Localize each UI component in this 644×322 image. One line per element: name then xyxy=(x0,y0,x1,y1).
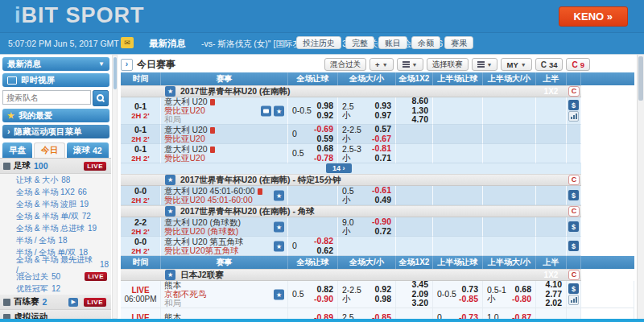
tab-live[interactable]: 滚球42 xyxy=(67,142,109,158)
odds-price[interactable]: -0.67 xyxy=(372,134,391,144)
odds-price[interactable]: 0.57 xyxy=(375,125,391,134)
odds-price[interactable]: 0.73 xyxy=(462,285,478,295)
stats-chart-icon[interactable] xyxy=(568,111,579,122)
more-markets-icon[interactable]: ★ xyxy=(274,190,284,200)
sport-bailiansai[interactable]: 百练赛 2 ▶ LIVE xyxy=(0,295,111,310)
odds-price[interactable]: -0.85 xyxy=(372,313,391,319)
odds-price[interactable]: -0.61 xyxy=(372,186,391,196)
more-markets-icon[interactable]: ★ xyxy=(274,105,284,116)
bet-money-icon[interactable]: $ xyxy=(568,190,579,200)
odds-price[interactable]: 0.68 xyxy=(317,144,333,154)
league-refresh-button[interactable]: C xyxy=(568,86,580,97)
league-refresh-button[interactable]: C xyxy=(568,270,580,280)
odds-price[interactable]: 0.49 xyxy=(375,196,391,205)
my-list-button[interactable]: ▼ xyxy=(472,58,498,71)
odds-price[interactable]: 0.82 xyxy=(317,285,333,295)
tab-early[interactable]: 早盘 xyxy=(2,142,32,158)
odds-price[interactable]: 0.98 xyxy=(375,295,391,304)
market-item-outright[interactable]: 优胜冠军12 xyxy=(0,283,111,295)
page-scroll-thumb[interactable] xyxy=(638,56,643,101)
odds-price[interactable]: 4.70 xyxy=(412,115,428,125)
league-header: ★2017世界青年杯U20 (在南韩) - 角球 C xyxy=(121,205,634,217)
market-item-odd-even[interactable]: 全场 & 半场 单/双72 xyxy=(0,210,111,222)
col-hh-overunder: 上半场大/小 xyxy=(483,72,536,85)
market-item-first-goal[interactable]: 全场 & 半场 最先进球 / ...18 xyxy=(0,258,111,270)
results-button[interactable]: 赛果 xyxy=(444,36,473,49)
odds-price[interactable]: 0.97 xyxy=(375,111,391,121)
odds-price[interactable]: -0.85 xyxy=(459,295,478,304)
odds-price[interactable]: 3.20 xyxy=(412,299,428,308)
statement-button[interactable]: 账目 xyxy=(378,36,407,49)
odds-price[interactable]: 0.72 xyxy=(375,227,391,237)
market-item-correct-score[interactable]: 全场 & 半场 波胆19 xyxy=(0,198,111,210)
full-view-button[interactable]: 完整 xyxy=(345,36,374,49)
hide-sports-menu-button[interactable]: ›隐藏运动项目菜单 xyxy=(2,125,109,138)
more-markets-icon[interactable]: ★ xyxy=(274,289,284,299)
odds-price[interactable]: 2.02 xyxy=(546,299,562,308)
keno-button[interactable]: KENO » xyxy=(559,6,628,27)
my-selections-button[interactable]: MY▼ xyxy=(501,58,531,71)
sidebar-news-header[interactable]: 最新消息▼ xyxy=(2,57,109,71)
odds-price[interactable]: -0.89 xyxy=(314,313,333,319)
sidebar-scrollbar[interactable] xyxy=(112,55,118,319)
sidebar-scroll-thumb[interactable] xyxy=(114,57,117,89)
odds-price[interactable]: 0.93 xyxy=(375,101,391,111)
more-markets-icon[interactable]: ★ xyxy=(274,241,284,251)
balance-button[interactable]: 余额 xyxy=(411,36,440,49)
bet-history-button[interactable]: 投注历史 xyxy=(296,36,341,49)
sport-virtual[interactable]: 虚拟运动 xyxy=(0,310,111,319)
row-filler xyxy=(581,217,634,237)
odds-price[interactable]: -0.90 xyxy=(372,217,391,227)
bet-money-icon[interactable]: $ xyxy=(568,283,579,294)
market-item-hdp-ou[interactable]: 让球 & 大小88 xyxy=(0,174,111,186)
add-view-button[interactable]: +▼ xyxy=(369,58,394,71)
select-league-button[interactable]: 选择联赛 xyxy=(427,58,469,71)
bet-money-icon[interactable]: $ xyxy=(568,241,579,251)
favorite-star-icon[interactable]: ★ xyxy=(165,86,175,97)
sport-soccer[interactable]: 足球 100 LIVE xyxy=(0,159,111,174)
odds-price[interactable]: -0.73 xyxy=(459,313,478,319)
favorite-star-icon[interactable]: ★ xyxy=(165,206,175,217)
more-markets-icon[interactable]: ★ xyxy=(274,221,284,232)
odds-price[interactable]: -0.80 xyxy=(512,295,531,304)
search-button[interactable] xyxy=(93,90,109,106)
odds-price[interactable]: -0.78 xyxy=(314,154,333,163)
odds-price[interactable]: 0.98 xyxy=(317,101,333,111)
sidebar-video-header[interactable]: 即时视屏 xyxy=(2,73,109,87)
odds-price[interactable]: 0.68 xyxy=(515,285,531,295)
search-input[interactable] xyxy=(2,90,91,105)
league-refresh-button[interactable]: C xyxy=(568,175,580,185)
stats-chart-icon[interactable] xyxy=(568,295,579,305)
market-item-mix-parlay[interactable]: 混合过关50LIVE xyxy=(0,270,111,283)
odds-price[interactable]: -0.69 xyxy=(314,125,333,134)
bet-money-icon[interactable]: $ xyxy=(568,221,579,232)
league-refresh-button[interactable]: C xyxy=(568,206,580,217)
odds-price[interactable]: -0.81 xyxy=(372,144,391,154)
more-markets-button[interactable]: 14 › xyxy=(326,163,352,173)
bet-money-icon[interactable]: $ xyxy=(568,100,579,110)
market-item-total-goal[interactable]: 全场 & 半场 总进球19 xyxy=(0,222,111,234)
mix-parlay-button[interactable]: 混合过关 xyxy=(324,58,366,71)
hh-1x2-cell xyxy=(536,144,567,163)
refresh-timer-button[interactable]: C34 xyxy=(535,58,564,71)
tab-today[interactable]: 今日 xyxy=(34,142,65,158)
odds-price[interactable]: 0.62 xyxy=(317,246,333,256)
odds-price[interactable]: 0.59 xyxy=(317,134,333,144)
odds-price[interactable]: 0.92 xyxy=(317,111,333,121)
favorite-star-icon[interactable]: ★ xyxy=(165,270,175,280)
favorite-star-icon[interactable]: ★ xyxy=(165,175,175,185)
refresh-alt-button[interactable]: C9 xyxy=(566,58,590,71)
sidebar-favorites-header[interactable]: ★我的最爱 xyxy=(2,109,109,122)
odds-price[interactable]: 0.71 xyxy=(375,154,391,163)
ft-handicap-cell xyxy=(288,186,338,205)
sort-button[interactable]: ▼ xyxy=(397,58,423,71)
market-item-1x2[interactable]: 全场 & 半场 1X266 xyxy=(0,186,111,198)
market-item-ht-ft[interactable]: 半场 / 全场18 xyxy=(0,234,111,246)
odds-price[interactable]: 0.92 xyxy=(375,285,391,295)
live-stream-icon[interactable] xyxy=(261,105,271,116)
expand-icon[interactable]: › xyxy=(121,59,133,71)
odds-price[interactable]: -0.82 xyxy=(314,237,333,246)
odds-price[interactable]: -0.90 xyxy=(314,295,333,304)
odds-price[interactable]: -0.87 xyxy=(512,313,531,319)
page-scrollbar[interactable] xyxy=(637,55,644,319)
